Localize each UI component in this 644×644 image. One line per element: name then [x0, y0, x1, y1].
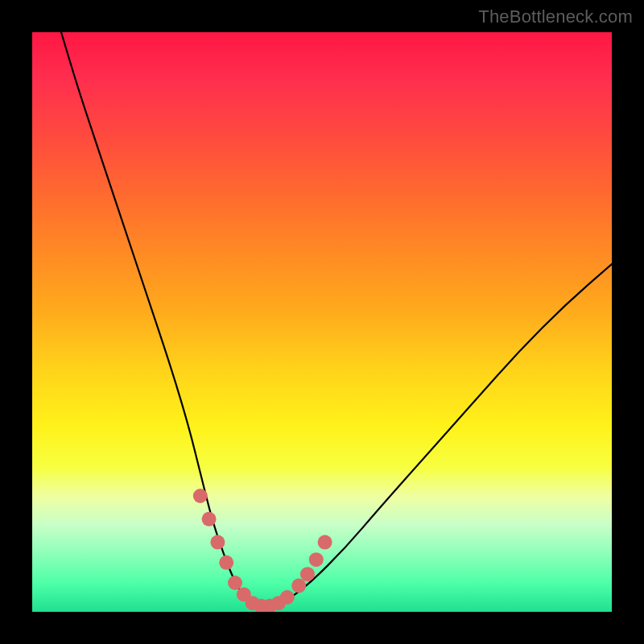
highlight-dot — [219, 555, 233, 570]
highlight-dots — [193, 489, 332, 612]
highlight-dot — [318, 535, 332, 550]
highlight-dot — [309, 552, 324, 567]
highlight-dot — [300, 567, 315, 581]
watermark-text: TheBottleneck.com — [478, 6, 633, 27]
highlight-dot — [291, 579, 306, 593]
curve-svg — [32, 32, 612, 612]
highlight-dot — [228, 576, 242, 590]
plot-area — [32, 32, 612, 612]
bottleneck-curve — [61, 32, 612, 606]
chart-frame: TheBottleneck.com — [0, 0, 644, 644]
highlight-dot — [202, 512, 217, 526]
highlight-dot — [280, 590, 295, 605]
highlight-dot — [210, 535, 225, 550]
highlight-dot — [193, 489, 208, 503]
